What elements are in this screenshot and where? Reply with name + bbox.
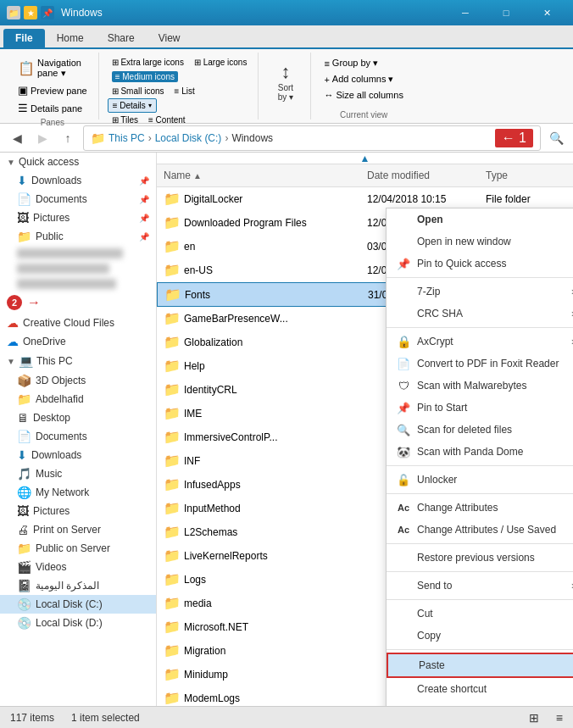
navigation-pane-button[interactable]: 📋 Navigationpane ▾ — [14, 56, 92, 81]
ctx-restore-versions[interactable]: Restore previous versions — [387, 547, 573, 569]
attrib-icon: Ac — [397, 501, 410, 514]
navigation-pane: ▼ Quick access ⬇ Downloads 📌 📄 Documents… — [0, 153, 157, 706]
ctx-create-shortcut[interactable]: Create shortcut — [387, 678, 573, 700]
ctx-axcrypt[interactable]: 🔒 AxCrypt › — [387, 331, 573, 353]
step-1-badge: ← 1 — [495, 129, 533, 147]
nav-videos[interactable]: 🎬 Videos — [0, 558, 156, 576]
details-button[interactable]: ≡ Details ▾ — [108, 98, 157, 113]
ctx-malwarebytes[interactable]: 🛡 Scan with Malwarebytes — [387, 375, 573, 397]
tab-file[interactable]: File — [3, 29, 45, 47]
nav-downloads2[interactable]: ⬇ Downloads — [0, 446, 156, 464]
music-label: Music — [36, 468, 149, 480]
folder-icon-inputmethod: 📁 — [164, 500, 181, 516]
ctx-pin-quick-access[interactable]: 📌 Pin to Quick access — [387, 253, 573, 275]
breadcrumb-this-pc[interactable]: This PC — [108, 132, 145, 144]
nav-documents[interactable]: 📄 Documents 📌 — [0, 190, 156, 208]
malwarebytes-icon: 🛡 — [397, 379, 410, 392]
ctx-crc-sha[interactable]: CRC SHA › — [387, 303, 573, 325]
ctx-copy[interactable]: Copy — [387, 625, 573, 647]
view-icons[interactable]: ⊞ — [529, 711, 539, 725]
desktop-label: Desktop — [33, 412, 149, 424]
public-server-label: Public on Server — [36, 542, 149, 554]
small-icons-button[interactable]: ⊞ Small icons — [108, 85, 169, 97]
ctx-7zip[interactable]: 7-Zip › — [387, 281, 573, 303]
tab-view[interactable]: View — [147, 29, 192, 47]
nav-3d-objects[interactable]: 📦 3D Objects — [0, 371, 156, 390]
list-button[interactable]: ≡ List — [170, 85, 199, 97]
panda-icon: 🐼 — [397, 445, 410, 458]
ctx-delete[interactable]: 🗑 Delete — [387, 700, 573, 706]
column-type[interactable]: Type — [479, 168, 573, 183]
maximize-button[interactable]: □ — [487, 0, 526, 25]
folder-icon-l2schemas: 📁 — [164, 524, 181, 540]
quick-access-header[interactable]: ▼ Quick access — [0, 153, 156, 171]
group-by-button[interactable]: ≡ Group by ▾ — [320, 56, 407, 70]
nav-public-on-server[interactable]: 📁 Public on Server — [0, 539, 156, 558]
sort-by-button[interactable]: ↕ Sortby ▾ — [273, 58, 298, 105]
nav-onedrive[interactable]: ☁ OneDrive — [0, 332, 156, 351]
nav-abdelhafid[interactable]: 📁 Abdelhafid — [0, 390, 156, 408]
medium-icons-button[interactable]: ≡ Medium icons — [108, 69, 182, 84]
folder-icon-identitycrl: 📁 — [164, 381, 181, 397]
nav-creative-cloud[interactable]: ☁ Creative Cloud Files — [0, 314, 156, 332]
column-name[interactable]: Name ▲ — [157, 168, 360, 183]
up-button[interactable]: ↑ — [58, 128, 78, 148]
minimize-button[interactable]: ─ — [446, 0, 485, 25]
nav-local-disk-c[interactable]: 💿 Local Disk (C:) — [0, 595, 156, 614]
file-name-modemlogs: 📁ModemLogs — [157, 689, 360, 706]
nav-public[interactable]: 📁 Public 📌 — [0, 227, 156, 246]
ctx-convert-pdf[interactable]: 📄 Convert to PDF in Foxit Reader — [387, 353, 573, 375]
app-icon-star: ★ — [24, 6, 37, 19]
tiles-button[interactable]: ⊞ Tiles — [108, 114, 142, 126]
column-date[interactable]: Date modified — [360, 168, 479, 183]
context-menu: Open Open in new window 📌 Pin to Quick a… — [386, 208, 573, 706]
file-name-digitallocker: 📁DigitalLocker — [157, 190, 360, 208]
this-pc-header[interactable]: ▼ 💻 This PC — [0, 351, 156, 371]
size-all-columns-button[interactable]: ↔ Size all columns — [320, 88, 407, 102]
nav-print-on-server[interactable]: 🖨 Print on Server — [0, 520, 156, 539]
view-details[interactable]: ≡ — [556, 711, 563, 725]
ctx-cut[interactable]: Cut — [387, 603, 573, 625]
ctx-pin-start[interactable]: 📌 Pin to Start — [387, 397, 573, 419]
ctx-change-attributes[interactable]: Ac Change Attributes — [387, 497, 573, 519]
unlocker-icon: 🔓 — [397, 473, 410, 486]
local-disk-icon: 💿 — [17, 597, 31, 611]
tab-share[interactable]: Share — [96, 29, 147, 47]
nav-my-network[interactable]: 🌐 My Network — [0, 483, 156, 502]
window-title: Windows — [61, 7, 446, 19]
close-button[interactable]: ✕ — [527, 0, 566, 25]
breadcrumb-local-disk[interactable]: Local Disk (C:) — [155, 132, 222, 144]
nav-arabic-notes[interactable]: 📓 المذكرة اليومية — [0, 576, 156, 595]
search-button[interactable]: 🔍 — [546, 128, 566, 148]
breadcrumb[interactable]: 📁 This PC › Local Disk (C:) › Windows ← … — [83, 125, 541, 151]
preview-pane-button[interactable]: ▣ Preview pane — [14, 82, 92, 98]
extra-large-icons-button[interactable]: ⊞ Extra large icons — [108, 56, 188, 69]
print-server-icon: 🖨 — [17, 523, 29, 536]
nav-downloads[interactable]: ⬇ Downloads 📌 — [0, 171, 156, 190]
tab-home[interactable]: Home — [45, 29, 96, 47]
back-button[interactable]: ◀ — [7, 128, 27, 148]
nav-pictures2[interactable]: 🖼 Pictures — [0, 502, 156, 520]
ctx-sep-6 — [387, 571, 573, 572]
ctx-unlocker[interactable]: 🔓 Unlocker — [387, 469, 573, 491]
nav-local-disk-d[interactable]: 💿 Local Disk (D:) — [0, 614, 156, 632]
ctx-open[interactable]: Open — [387, 208, 573, 231]
nav-music[interactable]: 🎵 Music — [0, 464, 156, 483]
file-area: ▲ Name ▲ Date modified Type 📁DigitalLock… — [157, 153, 573, 706]
ctx-open-new-window[interactable]: Open in new window — [387, 231, 573, 253]
details-pane-button[interactable]: ☰ Details pane — [14, 100, 92, 116]
nav-pictures[interactable]: 🖼 Pictures 📌 — [0, 208, 156, 227]
add-columns-button[interactable]: + Add columns ▾ — [320, 72, 407, 86]
3d-objects-icon: 📦 — [17, 374, 31, 387]
content-button[interactable]: ≡ Content — [144, 114, 190, 126]
forward-button[interactable]: ▶ — [32, 128, 53, 148]
ctx-scan-deleted[interactable]: 🔍 Scan for deleted files — [387, 419, 573, 441]
nav-desktop[interactable]: 🖥 Desktop — [0, 408, 156, 427]
nav-documents2[interactable]: 📄 Documents — [0, 427, 156, 446]
ctx-paste[interactable]: Paste — [387, 653, 573, 678]
ctx-panda-dome[interactable]: 🐼 Scan with Panda Dome — [387, 441, 573, 463]
ctx-change-attributes-saved[interactable]: Ac Change Attributes / Use Saved — [387, 519, 573, 541]
large-icons-button[interactable]: ⊞ Large icons — [190, 56, 251, 69]
file-name-logs: 📁Logs — [157, 570, 360, 588]
ctx-send-to[interactable]: Send to › — [387, 575, 573, 597]
